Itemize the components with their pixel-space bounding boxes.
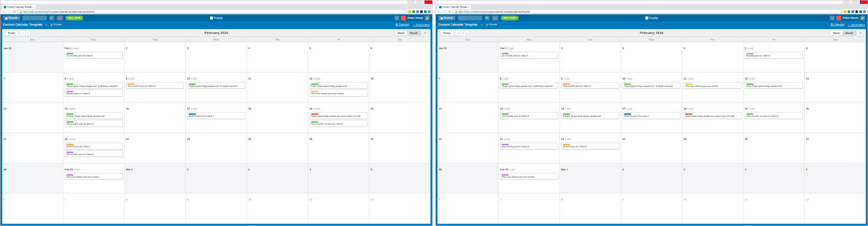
calendar-cell[interactable]: 20 <box>805 103 866 133</box>
calendar-card[interactable]: Draft "Super great things people love" <box>745 82 803 89</box>
prev-button[interactable]: ‹ <box>20 30 25 36</box>
calendar-cell[interactable]: 18 <box>247 103 308 133</box>
calendar-cell[interactable]: 13 <box>805 73 866 103</box>
calendar-cell[interactable]: 4 <box>682 42 743 73</box>
calendar-cell[interactable]: 10 <box>682 193 743 224</box>
calendar-cell[interactable]: Jan 31 <box>2 42 63 73</box>
calendar-cell[interactable]: 11 <box>308 193 369 224</box>
calendar-card[interactable]: MONTH post for Client 3 <box>561 143 619 150</box>
calendar-cell[interactable]: 3 <box>682 163 743 194</box>
close-icon[interactable]: × <box>33 6 34 8</box>
calendar-cell[interactable]: 28 <box>2 163 63 194</box>
extension-icon[interactable] <box>844 10 846 13</box>
calendar-card[interactable]: Publish "Super great things people love" <box>561 112 619 119</box>
calendar-card[interactable]: Next month's 1st post for Client 6 <box>745 112 803 119</box>
user-name[interactable]: Abbie Reedy <box>843 17 858 19</box>
window-minimize-button[interactable] <box>842 0 850 4</box>
star-icon[interactable]: ☆ <box>480 23 483 26</box>
calendar-card[interactable]: MONTH post 3 for client 7 <box>622 112 681 119</box>
today-button[interactable]: Today <box>440 30 454 36</box>
month-view-button[interactable]: Month <box>407 30 421 36</box>
calendar-cell[interactable]: 181 cardSuper great things people love a… <box>682 103 743 133</box>
calendar-card[interactable]: The most shared post ever written <box>684 82 742 89</box>
calendar-link[interactable]: 🗓 Calendar <box>831 23 845 26</box>
window-maximize-button[interactable] <box>851 0 859 4</box>
calendar-cell[interactable]: 121 cardDraft "Super great things people… <box>743 73 805 103</box>
calendar-cell[interactable]: 101 card"Super great things people love"… <box>186 73 247 103</box>
calendar-card[interactable]: Draft "Super great things people love" <box>309 82 368 89</box>
calendar-card[interactable]: Monthly post for Client 9 <box>745 52 803 59</box>
calendar-cell[interactable]: 2 <box>560 42 621 73</box>
calendar-cell[interactable]: 21 <box>2 133 63 163</box>
calendar-cell[interactable]: 122 cardsDraft "Super great things peopl… <box>308 73 369 103</box>
calendar-cell[interactable]: 101 card"Super great things people love"… <box>621 73 682 103</box>
calendar-cell[interactable]: 6 <box>805 42 866 73</box>
calendar-cell[interactable]: 12 <box>805 193 866 224</box>
calendar-cell[interactable]: 152 cardsPublish "Super great things peo… <box>63 103 125 133</box>
calendar-cell[interactable]: Mar 1 <box>125 163 186 194</box>
calendar-cell[interactable]: 91 cardThis month's post for Client 3 <box>560 73 621 103</box>
extension-icon[interactable] <box>852 10 854 13</box>
today-button[interactable]: Today <box>5 30 18 36</box>
calendar-cell[interactable]: 2 <box>186 163 247 194</box>
show-menu-link[interactable]: ⋯ Show Menu <box>413 23 430 26</box>
calendar-cell[interactable]: 4 <box>743 163 805 194</box>
extension-icon[interactable] <box>424 10 427 13</box>
calendar-cell[interactable]: 20 <box>369 103 431 133</box>
calendar-card[interactable]: MONTH post 3 for client 7 <box>187 112 245 119</box>
calendar-cell[interactable]: 3 <box>186 42 247 73</box>
calendar-card[interactable]: "Super great things people love" prelimi… <box>500 82 558 89</box>
calendar-cell[interactable]: 14 <box>437 103 499 133</box>
extension-icon[interactable] <box>416 10 419 13</box>
calendar-cell[interactable]: 13 <box>369 73 431 103</box>
boards-button[interactable]: ▦ Boards <box>3 16 20 20</box>
next-button[interactable]: › <box>25 30 30 36</box>
window-maximize-button[interactable] <box>416 0 424 4</box>
window-close-button[interactable] <box>860 0 868 4</box>
show-menu-link[interactable]: ⋯ Show Menu <box>848 23 865 26</box>
forward-icon[interactable]: → <box>7 10 11 13</box>
calendar-cell[interactable]: 27 <box>805 133 866 163</box>
hamburger-icon[interactable] <box>863 10 866 13</box>
reload-icon[interactable]: ⟳ <box>13 10 16 13</box>
calendar-cell[interactable]: 171 cardMONTH post 3 for client 7 <box>186 103 247 133</box>
forward-icon[interactable]: → <box>443 10 446 13</box>
calendar-cell[interactable]: 26 <box>308 133 369 163</box>
calendar-cell[interactable]: 8 <box>560 193 621 224</box>
creatures-icon[interactable]: 🐙 <box>492 16 498 20</box>
calendar-cell[interactable]: 221 card3rd monthly post for Client 5 <box>499 133 560 163</box>
board-title[interactable]: Content Calendar Template <box>438 23 478 26</box>
browser-tab[interactable]: Content Calendar Templa × <box>437 5 471 9</box>
extension-icon[interactable] <box>859 10 862 13</box>
extension-icon[interactable] <box>848 10 850 13</box>
calendar-cell[interactable]: Feb 11 card1st monthly post for client 5 <box>499 42 560 73</box>
calendar-card[interactable]: 1st monthly post for client 5 <box>65 52 123 59</box>
calendar-cell[interactable]: 26 <box>743 133 805 163</box>
close-calendar-button[interactable]: ✕ <box>858 30 863 36</box>
calendar-cell[interactable]: 5 <box>369 163 431 194</box>
calendar-cell[interactable]: 82 cards"Super great things people love"… <box>63 73 125 103</box>
calendar-cell[interactable]: 2 <box>621 163 682 194</box>
notifications-icon[interactable]: 🔔 <box>425 16 430 20</box>
calendar-cell[interactable]: 91 cardThis month's post for Client 3 <box>125 73 186 103</box>
calendar-card[interactable]: The most shared post ever written <box>65 173 123 180</box>
calendar-cell[interactable]: 2 <box>125 42 186 73</box>
next-button[interactable]: › <box>460 30 466 36</box>
calendar-card[interactable]: Publish "Super great things people love" <box>65 112 123 119</box>
calendar-cell[interactable]: 6 <box>2 193 63 224</box>
create-button[interactable]: + <box>395 16 399 20</box>
calendar-cell[interactable]: 12 <box>369 193 431 224</box>
address-bar[interactable]: 🔒 https:// trello.com /b/dYzGorXL/conten… <box>18 10 407 13</box>
extension-icon[interactable] <box>855 10 858 13</box>
calendar-cell[interactable]: 16 <box>125 103 186 133</box>
calendar-card[interactable]: Super great things people love about cli… <box>684 112 742 119</box>
calendar-card[interactable]: Super great things people love about cli… <box>309 112 368 119</box>
calendar-cell[interactable]: 111 cardThe most shared post ever writte… <box>682 73 743 103</box>
calendar-cell[interactable]: 7 <box>2 73 63 103</box>
calendar-cell[interactable]: Mar 1 <box>560 163 621 194</box>
creatures-icon[interactable]: 🐙 <box>57 16 63 20</box>
calendar-cell[interactable]: 9 <box>621 193 682 224</box>
calendar-cell[interactable]: 5 <box>805 163 866 194</box>
calendar-card[interactable]: "Super great things people love" in-dept… <box>187 82 245 89</box>
calendar-card[interactable]: 2nd monthly post for client 5 <box>500 112 558 119</box>
